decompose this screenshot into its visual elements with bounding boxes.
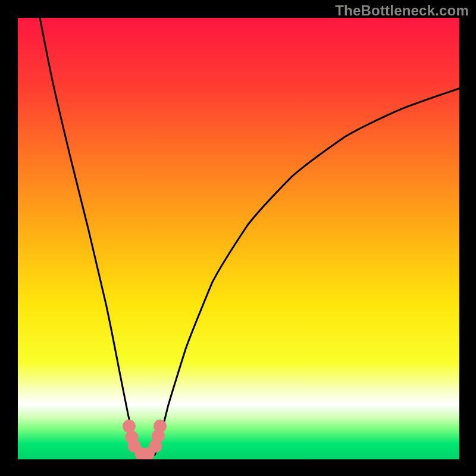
plot-area: [18, 18, 459, 459]
outer-frame: TheBottleneck.com: [0, 0, 476, 476]
watermark-label: TheBottleneck.com: [335, 2, 469, 19]
marker-point: [154, 419, 167, 433]
chart-svg: [18, 18, 459, 459]
marker-point: [123, 419, 136, 433]
